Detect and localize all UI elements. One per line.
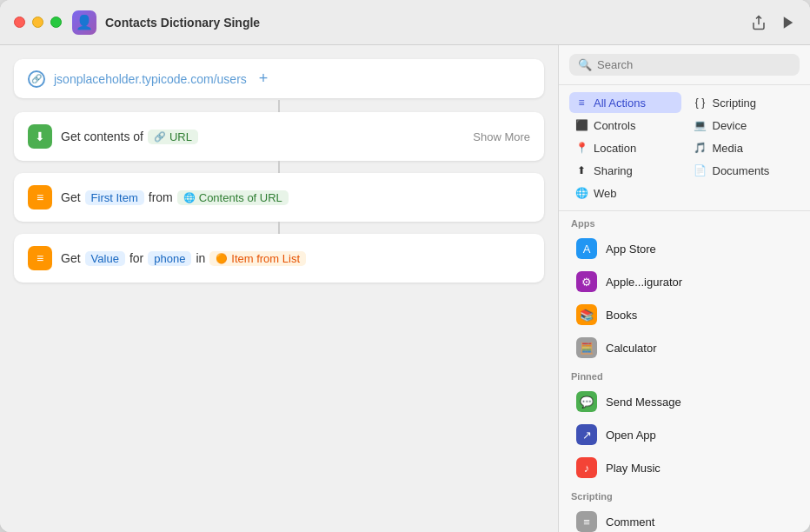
location-icon: 📍	[574, 141, 588, 155]
list-item-comment[interactable]: ≡ Comment	[564, 505, 805, 532]
for-label: for	[129, 251, 143, 265]
list-item-play-music[interactable]: ♪ Play Music	[564, 451, 805, 484]
actions-list: Apps A App Store ⚙ Apple...igurator 📚 Bo…	[559, 211, 810, 532]
from-label: from	[149, 190, 173, 204]
sidebar-item-device[interactable]: 💻 Device	[688, 115, 800, 136]
comment-icon: ≡	[576, 511, 597, 532]
device-icon: 💻	[694, 118, 707, 132]
fullscreen-button[interactable]	[50, 17, 62, 28]
device-label: Device	[713, 119, 747, 132]
web-label: Web	[594, 187, 617, 200]
show-more-button[interactable]: Show More	[473, 130, 530, 143]
search-input[interactable]	[597, 58, 791, 71]
documents-label: Documents	[713, 164, 770, 177]
sharing-label: Sharing	[594, 164, 633, 177]
action-get-first-item[interactable]: ≡ Get First Item from 🌐 Contents of URL	[14, 173, 544, 222]
play-music-label: Play Music	[606, 462, 661, 475]
scripting-icon: { }	[694, 96, 707, 110]
sidebar-item-sharing[interactable]: ⬆ Sharing	[569, 160, 681, 181]
app-icon: 👤	[72, 10, 96, 35]
get-contents-text: Get contents of 🔗 URL	[61, 130, 464, 144]
search-input-wrap[interactable]: 🔍	[569, 54, 800, 76]
all-actions-label: All Actions	[594, 96, 646, 110]
title-bar: 👤 Contacts Dictionary Single	[0, 0, 810, 45]
traffic-lights	[14, 17, 62, 28]
pinned-section-label: Pinned	[559, 364, 810, 385]
url-pill[interactable]: 🔗 URL	[148, 130, 198, 144]
minimize-button[interactable]	[32, 17, 43, 28]
sidebar-item-location[interactable]: 📍 Location	[569, 137, 681, 158]
list-item-open-app[interactable]: ↗ Open App	[564, 418, 805, 451]
search-icon: 🔍	[578, 58, 592, 71]
media-label: Media	[713, 142, 743, 155]
list-item-books[interactable]: 📚 Books	[564, 298, 805, 331]
contents-url-pill[interactable]: 🌐 Contents of URL	[177, 190, 289, 205]
list-item-calculator[interactable]: 🧮 Calculator	[564, 331, 805, 364]
send-message-icon: 💬	[576, 391, 597, 412]
item-from-list-pill[interactable]: 🟠 Item from List	[209, 251, 306, 266]
controls-icon: ⬛	[574, 118, 588, 132]
location-label: Location	[594, 142, 636, 155]
apps-section-label: Apps	[559, 211, 810, 232]
action-get-value[interactable]: ≡ Get Value for phone in 🟠 Item from Lis…	[14, 234, 544, 283]
url-text: jsonplaceholder.typicode.com/users	[54, 72, 247, 86]
actions-panel: 🔍 ≡ All Actions { } Scripting ⬛	[558, 45, 810, 532]
search-bar: 🔍	[559, 45, 810, 85]
first-item-pill[interactable]: First Item	[85, 190, 144, 205]
list-item-send-message[interactable]: 💬 Send Message	[564, 385, 805, 418]
get-first-icon: ≡	[28, 185, 52, 209]
phone-pill[interactable]: phone	[148, 251, 191, 266]
workflow-panel: 🔗 jsonplaceholder.typicode.com/users + ⬇…	[0, 45, 558, 532]
sidebar-item-all-actions[interactable]: ≡ All Actions	[569, 92, 681, 113]
get-label: Get	[61, 190, 81, 204]
in-label: in	[196, 251, 205, 265]
scripting-section-label: Scripting	[559, 484, 810, 505]
sharing-icon: ⬆	[574, 163, 588, 177]
connector-3	[278, 222, 280, 234]
share-button[interactable]	[751, 15, 767, 30]
window: 👤 Contacts Dictionary Single 🔗 jsonplace…	[0, 0, 810, 532]
svg-marker-0	[784, 17, 793, 29]
get-contents-prefix: Get contents of	[61, 130, 143, 143]
category-grid: ≡ All Actions { } Scripting ⬛ Controls 💻…	[559, 85, 810, 211]
list-item-apple-configurator[interactable]: ⚙ Apple...igurator	[564, 265, 805, 298]
get-first-text: Get First Item from 🌐 Contents of URL	[61, 190, 530, 205]
apple-configurator-icon: ⚙	[576, 271, 597, 292]
play-button[interactable]	[780, 15, 796, 30]
sidebar-item-documents[interactable]: 📄 Documents	[688, 160, 800, 181]
sidebar-item-scripting[interactable]: { } Scripting	[688, 92, 800, 113]
books-label: Books	[606, 309, 637, 322]
get-contents-icon: ⬇	[28, 124, 52, 149]
connector-1	[278, 100, 280, 112]
add-url-button[interactable]: +	[259, 70, 269, 88]
connector-2	[278, 161, 280, 173]
get-value-text: Get Value for phone in 🟠 Item from List	[61, 251, 530, 266]
scripting-label: Scripting	[713, 96, 757, 110]
get-value-icon: ≡	[28, 246, 52, 270]
sidebar-item-web[interactable]: 🌐 Web	[569, 183, 681, 203]
apple-configurator-label: Apple...igurator	[606, 276, 682, 289]
books-icon: 📚	[576, 304, 597, 325]
get-label-2: Get	[61, 251, 81, 265]
open-app-icon: ↗	[576, 424, 597, 445]
close-button[interactable]	[14, 17, 25, 28]
comment-label: Comment	[606, 515, 654, 529]
calculator-label: Calculator	[606, 342, 657, 355]
documents-icon: 📄	[694, 163, 707, 177]
calculator-icon: 🧮	[576, 337, 597, 358]
play-music-icon: ♪	[576, 457, 597, 478]
window-title: Contacts Dictionary Single	[105, 16, 260, 30]
action-get-contents[interactable]: ⬇ Get contents of 🔗 URL Show More	[14, 112, 544, 161]
controls-label: Controls	[594, 119, 635, 132]
app-store-icon: A	[576, 238, 597, 259]
url-bar[interactable]: 🔗 jsonplaceholder.typicode.com/users +	[14, 59, 544, 98]
main-content: 🔗 jsonplaceholder.typicode.com/users + ⬇…	[0, 45, 810, 532]
app-store-label: App Store	[606, 243, 656, 256]
sidebar-item-controls[interactable]: ⬛ Controls	[569, 115, 681, 136]
list-item-app-store[interactable]: A App Store	[564, 232, 805, 265]
send-message-label: Send Message	[606, 396, 681, 409]
sidebar-item-media[interactable]: 🎵 Media	[688, 137, 800, 158]
title-actions	[751, 15, 796, 30]
web-icon: 🌐	[574, 186, 588, 200]
value-pill[interactable]: Value	[85, 251, 125, 266]
